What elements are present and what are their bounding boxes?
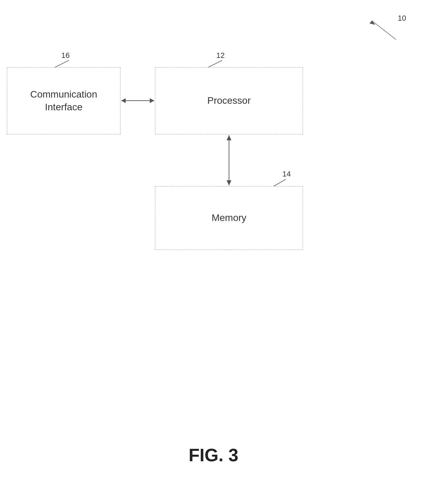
- processor-label: Processor: [207, 94, 251, 107]
- communication-interface-label: CommunicationInterface: [30, 88, 97, 113]
- communication-interface-box: CommunicationInterface: [7, 67, 121, 134]
- svg-marker-4: [150, 98, 154, 103]
- system-ref-label: 10: [398, 14, 406, 23]
- svg-marker-7: [227, 180, 231, 185]
- svg-marker-3: [121, 98, 126, 103]
- memory-label: Memory: [211, 212, 246, 224]
- processor-ref: 12: [216, 51, 225, 60]
- figure-caption: FIG. 3: [0, 445, 427, 465]
- processor-box: Processor: [155, 67, 303, 134]
- memory-ref: 14: [282, 170, 291, 179]
- communication-interface-ref: 16: [61, 51, 70, 60]
- svg-line-0: [372, 21, 396, 40]
- svg-marker-6: [227, 135, 231, 140]
- diagram-container: 10 CommunicationInterface 16 Processor 1…: [0, 0, 427, 504]
- memory-box: Memory: [155, 186, 303, 250]
